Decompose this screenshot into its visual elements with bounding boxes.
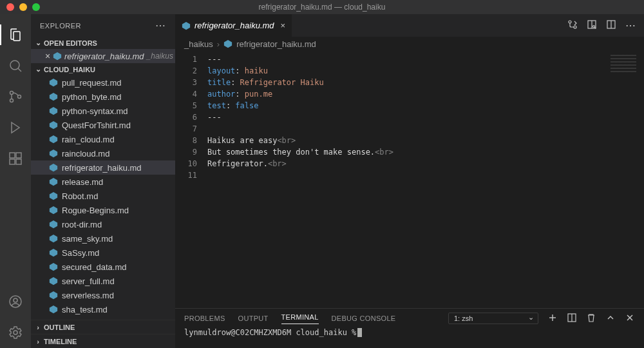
accounts-icon[interactable] (0, 286, 31, 317)
svg-point-4 (18, 95, 21, 99)
sidebar-more-icon[interactable]: ⋯ (155, 19, 166, 32)
panel-tab-terminal[interactable]: TERMINAL (281, 313, 319, 324)
svg-rect-5 (10, 153, 15, 158)
file-label: serverless.md (62, 291, 114, 300)
markdown-file-icon (49, 305, 58, 314)
split-terminal-icon[interactable] (567, 313, 577, 324)
open-editors-section[interactable]: ⌄ OPEN EDITORS (31, 37, 175, 49)
editor-group: refrigerator_haiku.md × ⋯ _haikus › (175, 14, 644, 348)
gutter: 1234567891011 (175, 51, 207, 308)
kill-terminal-icon[interactable] (586, 313, 596, 324)
svg-line-1 (18, 68, 21, 72)
tab-refrigerator-haiku[interactable]: refrigerator_haiku.md × (175, 14, 292, 37)
split-editor-icon[interactable] (606, 19, 616, 32)
file-tree-item[interactable]: serverless.md (31, 288, 175, 302)
panel-tab-output[interactable]: OUTPUT (238, 314, 269, 322)
terminal-cursor (357, 328, 362, 337)
outline-section[interactable]: › OUTLINE (31, 320, 175, 334)
markdown-file-icon (182, 21, 191, 30)
maximize-panel-icon[interactable] (605, 313, 616, 324)
file-tree-item[interactable]: root-dir.md (31, 217, 175, 231)
run-debug-icon[interactable] (0, 112, 31, 143)
svg-point-10 (14, 298, 17, 302)
file-tree-item[interactable]: pull_request.md (31, 75, 175, 90)
svg-point-3 (10, 99, 14, 102)
file-tree-item[interactable]: QuestForTshirt.md (31, 118, 175, 132)
panel-tab-debug[interactable]: DEBUG CONSOLE (332, 314, 396, 322)
explorer-icon[interactable] (0, 19, 31, 50)
source-control-icon[interactable] (0, 81, 31, 112)
terminal-shell-select[interactable]: 1: zsh (448, 313, 538, 324)
markdown-file-icon (49, 163, 58, 172)
extensions-icon[interactable] (0, 143, 31, 174)
code-content[interactable]: ---layout: haikutitle: Refrigerator Haik… (207, 51, 393, 308)
file-label: pull_request.md (62, 78, 122, 88)
terminal-prompt: lynmuldrow@C02CMHZXMD6M cloud_haiku % (184, 328, 356, 337)
markdown-file-icon (223, 39, 232, 48)
new-terminal-icon[interactable] (547, 313, 558, 324)
file-tree-item[interactable]: refrigerator_haiku.md (31, 160, 175, 175)
markdown-file-icon (53, 52, 62, 61)
file-label: raincloud.md (62, 149, 109, 159)
svg-point-2 (10, 92, 14, 95)
file-label: same_sky.md (62, 234, 113, 244)
tab-label: refrigerator_haiku.md (194, 21, 274, 30)
timeline-section[interactable]: › TIMELINE (31, 334, 175, 348)
svg-point-12 (569, 21, 571, 23)
breadcrumb-folder[interactable]: _haikus (184, 39, 213, 49)
settings-gear-icon[interactable] (0, 317, 31, 348)
chevron-right-icon: › (217, 39, 220, 49)
file-tree-item[interactable]: sha_test.md (31, 302, 175, 316)
file-tree-item[interactable]: server_full.md (31, 274, 175, 288)
file-label: secured_data.md (62, 262, 126, 272)
chevron-down-icon: ⌄ (33, 65, 43, 73)
panel-tab-problems[interactable]: PROBLEMS (184, 314, 225, 322)
file-tree-item[interactable]: secured_data.md (31, 260, 175, 274)
titlebar: refrigerator_haiku.md — cloud_haiku (0, 0, 644, 14)
sidebar: EXPLORER ⋯ ⌄ OPEN EDITORS × refrigerator… (31, 14, 175, 348)
markdown-file-icon (49, 92, 58, 101)
breadcrumbs[interactable]: _haikus › refrigerator_haiku.md (175, 37, 644, 51)
file-tree-item[interactable]: rain_cloud.md (31, 132, 175, 146)
svg-point-11 (14, 331, 17, 334)
file-tree-item[interactable]: Rogue-Begins.md (31, 203, 175, 217)
markdown-file-icon (49, 276, 58, 285)
markdown-file-icon (49, 78, 58, 87)
file-label: python-syntax.md (62, 106, 128, 116)
file-tree-item[interactable]: python_byte.md (31, 90, 175, 104)
terminal[interactable]: lynmuldrow@C02CMHZXMD6M cloud_haiku % (175, 328, 644, 348)
minimap[interactable] (611, 55, 636, 74)
open-editor-filename: refrigerator_haiku.md (64, 52, 144, 61)
open-editor-item[interactable]: × refrigerator_haiku.md _haikus (31, 49, 175, 63)
compare-changes-icon[interactable] (567, 19, 578, 32)
search-icon[interactable] (0, 50, 31, 81)
folder-section[interactable]: ⌄ CLOUD_HAIKU (31, 63, 175, 75)
svg-rect-7 (16, 159, 21, 164)
file-tree-item[interactable]: SaSsy.md (31, 246, 175, 260)
markdown-file-icon (49, 291, 58, 300)
file-label: root-dir.md (62, 220, 102, 229)
file-tree-item[interactable]: same_sky.md (31, 231, 175, 246)
file-tree-item[interactable]: python-syntax.md (31, 104, 175, 118)
markdown-file-icon (49, 234, 58, 243)
tab-bar: refrigerator_haiku.md × ⋯ (175, 14, 644, 37)
markdown-file-icon (49, 149, 58, 158)
close-icon[interactable]: × (281, 21, 286, 30)
more-actions-icon[interactable]: ⋯ (625, 19, 636, 32)
svg-rect-8 (16, 153, 21, 158)
open-editor-dir: _haikus (147, 52, 173, 61)
editor[interactable]: 1234567891011 ---layout: haikutitle: Ref… (175, 51, 644, 308)
breadcrumb-file[interactable]: refrigerator_haiku.md (236, 39, 316, 49)
activity-bar (0, 14, 31, 348)
close-icon[interactable]: × (43, 51, 53, 61)
close-panel-icon[interactable] (625, 313, 635, 324)
file-tree-item[interactable]: raincloud.md (31, 146, 175, 160)
file-tree-item[interactable]: release.md (31, 175, 175, 189)
markdown-file-icon (49, 262, 58, 271)
file-label: release.md (62, 177, 103, 187)
open-preview-icon[interactable] (587, 19, 597, 32)
markdown-file-icon (49, 220, 58, 229)
markdown-file-icon (49, 135, 58, 144)
file-tree-item[interactable]: Robot.md (31, 189, 175, 203)
file-label: server_full.md (62, 276, 115, 286)
